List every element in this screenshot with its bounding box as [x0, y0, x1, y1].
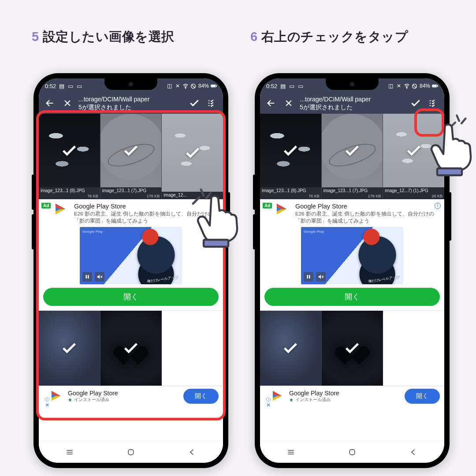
- thumbnail-row-2: [260, 311, 444, 386]
- selected-check-icon: [100, 311, 162, 386]
- svg-point-11: [406, 88, 407, 89]
- thumbnail-empty: [383, 311, 444, 386]
- selected-check-icon: [260, 114, 321, 187]
- svg-line-27: [461, 119, 465, 123]
- selected-check-icon: [162, 114, 223, 192]
- back-button[interactable]: [264, 97, 278, 110]
- selected-check-icon: [100, 114, 162, 187]
- wifi-icon: [404, 83, 410, 89]
- thumbnail-item[interactable]: [322, 311, 383, 386]
- chat-icon: ▭: [76, 83, 82, 89]
- app-bar: ...torage/DCIM/Wall paper 5が選択されました: [39, 93, 223, 114]
- thumbnail-image: [322, 114, 383, 187]
- ad-info-icon[interactable]: ⓘ: [266, 398, 271, 402]
- ad-info-icon[interactable]: ⓘ: [45, 398, 49, 402]
- notch: [326, 78, 379, 90]
- phone-mockup-right: 0:52 ▤ ▭ ▭ ◫ ✕ 84% ...torage/DCI: [255, 73, 450, 468]
- selection-count: 5が選択されました: [78, 103, 183, 111]
- nav-home-button[interactable]: [115, 445, 146, 460]
- thumbnail-item[interactable]: image_12...7) (1).JPG 26 KB: [383, 114, 444, 199]
- dnd-icon: [190, 83, 197, 89]
- selected-check-icon: [383, 114, 444, 187]
- status-battery: 84%: [420, 83, 430, 89]
- svg-rect-17: [309, 275, 310, 279]
- mute-icon: ✕: [175, 83, 181, 89]
- footer-ad: ⓘ ✕ Google Play Store インストール済み 開く: [260, 386, 444, 406]
- ad-video[interactable]: Google Play 俺だけレベルアップ: [301, 227, 403, 284]
- battery-icon: [211, 83, 217, 89]
- step-text: 右上のチェックをタップ: [261, 30, 409, 44]
- footer-ad: ⓘ ✕ Google Play Store インストール済み 開く: [39, 386, 223, 406]
- ad-open-button[interactable]: 開く: [43, 288, 219, 306]
- svg-rect-14: [433, 85, 436, 87]
- svg-rect-16: [307, 275, 309, 279]
- thumbnail-image: [39, 114, 100, 187]
- svg-line-26: [457, 115, 459, 121]
- thumbnail-item[interactable]: [100, 311, 162, 386]
- step-number: 6: [250, 30, 258, 44]
- svg-rect-5: [86, 275, 87, 279]
- image-icon: ▤: [59, 83, 65, 89]
- svg-rect-4: [216, 86, 216, 86]
- app-bar: ...torage/DCIM/Wall paper 5が選択されました: [260, 93, 444, 114]
- selected-check-icon: [322, 311, 383, 386]
- ad-close-icon[interactable]: ✕: [45, 402, 49, 408]
- ad-close-icon[interactable]: ✕: [266, 402, 271, 408]
- svg-rect-10: [128, 450, 134, 455]
- tap-burst-icon: [446, 111, 470, 134]
- back-button[interactable]: [43, 97, 56, 110]
- nav-back-button[interactable]: [177, 445, 208, 460]
- ad-card: Ad Google Play Store E26 影の君主、誕生 倒した敵の影を…: [39, 199, 223, 311]
- image-icon: ▤: [280, 83, 286, 89]
- thumbnail-item[interactable]: image_123...1 (8).JPG 76 KB: [39, 114, 100, 199]
- nav-recents-button[interactable]: [275, 445, 306, 460]
- play-store-icon: [276, 203, 291, 218]
- phone-volume-button: [253, 214, 256, 249]
- phone-volume-button: [32, 214, 34, 249]
- step-text: 設定したい画像を選択: [43, 30, 175, 44]
- thumbnail-item[interactable]: image_123...1 (7).JPG 178 KB: [322, 114, 383, 199]
- nav-back-button[interactable]: [398, 445, 429, 460]
- message-icon: ▭: [67, 83, 74, 89]
- ad-description: E26 影の君主、誕生 倒した敵の影を抽出して、自分だけの「影の軍団」を編成して…: [74, 211, 219, 224]
- tap-burst-icon: [190, 184, 216, 211]
- select-all-button[interactable]: [205, 97, 219, 110]
- ad-open-button[interactable]: 開く: [264, 288, 440, 306]
- pause-button[interactable]: [82, 272, 92, 282]
- mute-button[interactable]: [316, 272, 326, 282]
- thumbnail-filename: image_123...1 (8).JPG: [39, 187, 100, 194]
- thumbnail-filesize: 26 KB: [383, 194, 444, 199]
- screen: 0:52 ▤ ▭ ▭ ◫ ✕ 84% ...torage/DCI: [39, 78, 223, 463]
- thumbnail-item[interactable]: image_123...1 (7).JPG 178 KB: [100, 114, 162, 199]
- android-nav-bar: [260, 441, 444, 463]
- confirm-check-button[interactable]: [409, 97, 422, 110]
- footer-ad-open-button[interactable]: 開く: [183, 389, 219, 404]
- thumbnail-item[interactable]: [39, 311, 100, 386]
- confirm-check-button[interactable]: [188, 97, 201, 110]
- footer-ad-open-button[interactable]: 開く: [405, 389, 440, 404]
- phone-mockup-left: 0:52 ▤ ▭ ▭ ◫ ✕ 84% ...torage/DCI: [33, 73, 228, 468]
- play-store-icon: [50, 390, 63, 403]
- thumbnail-item[interactable]: image_123...1 (8).JPG 76 KB: [260, 114, 322, 199]
- select-all-button[interactable]: [427, 97, 440, 110]
- selected-check-icon: [39, 311, 100, 386]
- svg-line-24: [206, 193, 211, 198]
- screen: 0:52 ▤ ▭ ▭ ◫ ✕ 84% ...torage/DCI: [260, 78, 444, 463]
- selection-count: 5が選択されました: [300, 103, 405, 111]
- thumbnail-item[interactable]: [260, 311, 322, 386]
- path-label: ...torage/DCIM/Wall paper: [300, 95, 405, 103]
- ad-title: Google Play Store: [295, 203, 440, 210]
- mute-button[interactable]: [95, 272, 104, 282]
- pause-button[interactable]: [304, 272, 313, 282]
- ad-play-tag: Google Play: [82, 230, 103, 234]
- nav-home-button[interactable]: [337, 445, 368, 460]
- path-label: ...torage/DCIM/Wall paper: [78, 95, 183, 103]
- thumbnail-filename: image_123...1 (7).JPG: [322, 187, 383, 194]
- svg-rect-15: [437, 86, 438, 86]
- ad-video[interactable]: Google Play 俺だけレベルアップ: [80, 227, 182, 284]
- close-button[interactable]: [61, 97, 74, 110]
- thumbnail-filesize: 178 KB: [322, 194, 383, 199]
- nav-recents-button[interactable]: [54, 445, 85, 460]
- step-6-caption: 6右上のチェックをタップ: [250, 28, 408, 46]
- close-button[interactable]: [282, 97, 295, 110]
